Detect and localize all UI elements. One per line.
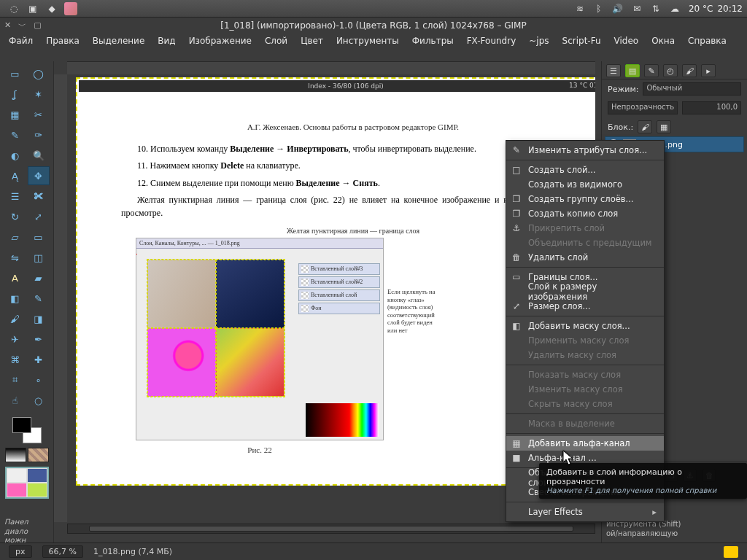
menu-tools[interactable]: Инструменты xyxy=(336,36,399,46)
window-maximize-button[interactable]: ▢ xyxy=(34,20,41,31)
tool-airbrush[interactable]: ✈ xyxy=(4,330,26,349)
gimp-icon[interactable]: ◆ xyxy=(45,2,58,15)
lock-alpha-icon[interactable]: ▦ xyxy=(657,120,671,133)
menu-colors[interactable]: Цвет xyxy=(301,36,323,46)
color-swatches[interactable] xyxy=(12,417,42,443)
tool-scissors[interactable]: ✂ xyxy=(28,105,50,124)
ruler-horizontal[interactable] xyxy=(67,61,595,74)
tool-heal[interactable]: ✚ xyxy=(28,350,50,369)
tool-blur[interactable]: ∘ xyxy=(28,370,50,389)
status-end-icon[interactable] xyxy=(724,546,738,558)
tool-move[interactable]: ✥ xyxy=(28,166,50,185)
pattern-thumb[interactable] xyxy=(28,448,49,462)
menu-scriptfu[interactable]: Script-Fu xyxy=(562,36,601,46)
tool-perspective[interactable]: ▭ xyxy=(28,228,50,246)
network-icon[interactable]: ⇅ xyxy=(649,2,662,15)
menu-view[interactable]: Вид xyxy=(158,36,175,46)
tool-rect-select[interactable]: ▭ xyxy=(4,64,26,83)
fg-color[interactable] xyxy=(12,417,31,433)
bluetooth-icon[interactable]: ᛒ xyxy=(592,2,605,15)
tool-pencil[interactable]: ✎ xyxy=(28,289,50,308)
tool-eraser[interactable]: ◨ xyxy=(28,309,50,328)
ctx-item-label: Объединить с предыдущим xyxy=(528,238,652,248)
ctx-слой-к-размеру-изображения[interactable]: Слой к размеру изображения xyxy=(506,284,664,299)
dash-icon[interactable]: ◌ xyxy=(7,2,20,15)
gradient-thumb[interactable] xyxy=(5,448,26,462)
tool-measure[interactable]: Ą xyxy=(4,166,26,185)
tool-align[interactable]: ☰ xyxy=(4,187,26,206)
status-zoom[interactable]: 66,7 % xyxy=(42,545,83,558)
tab-paths[interactable]: ✎ xyxy=(644,64,659,77)
tool-blend[interactable]: ◧ xyxy=(4,289,26,308)
tool-color-picker[interactable]: ◐ xyxy=(4,146,26,165)
ctx-создать-слой[interactable]: □Создать слой... xyxy=(506,163,664,177)
tool-fuzzy-select[interactable]: ✶ xyxy=(28,85,50,104)
tool-smudge[interactable]: ☝ xyxy=(4,391,26,410)
lock-pixels-icon[interactable]: 🖌 xyxy=(638,120,652,133)
ctx-layer-effects[interactable]: Layer Effects▸ xyxy=(506,505,664,519)
tool-shear[interactable]: ▱ xyxy=(4,228,26,246)
tool-foreground[interactable]: ✎ xyxy=(4,125,26,144)
ctx-добавить-маску-слоя[interactable]: ◧Добавить маску слоя... xyxy=(506,319,664,333)
window-minimize-button[interactable]: ﹀ xyxy=(18,20,26,31)
active-image-thumb[interactable] xyxy=(5,467,49,499)
tab-layers[interactable]: ☰ xyxy=(606,64,621,77)
ctx-создать-копию-слоя[interactable]: ❐Создать копию слоя xyxy=(506,206,664,221)
menu-file[interactable]: Файл xyxy=(9,36,33,46)
opacity-value[interactable]: 100,0 xyxy=(682,101,741,114)
ctx-item-icon xyxy=(511,472,522,483)
mode-select[interactable]: Обычный xyxy=(643,82,741,96)
status-file: 1_018.png (7,4 МБ) xyxy=(93,547,172,556)
tool-rotate[interactable]: ↻ xyxy=(4,207,26,226)
tool-by-color[interactable]: ▦ xyxy=(4,105,26,124)
tool-zoom[interactable]: 🔍 xyxy=(28,146,50,165)
ctx-создать-группу-слоёв[interactable]: ❐Создать группу слоёв... xyxy=(506,192,664,206)
tab-play[interactable]: ▸ xyxy=(701,64,716,77)
tool-text[interactable]: A xyxy=(4,268,26,287)
ctx-создать-из-видимого[interactable]: Создать из видимого xyxy=(506,177,664,192)
tool-paintbrush[interactable]: 🖌 xyxy=(4,309,26,328)
tool-crop[interactable]: ✀ xyxy=(28,187,50,206)
volume-icon[interactable]: 🔊 xyxy=(611,2,624,15)
menu-jps[interactable]: ~jps xyxy=(529,36,549,46)
scrollbar-horizontal[interactable] xyxy=(67,524,595,534)
ctx-item-icon xyxy=(511,384,522,395)
apps-icon[interactable]: ▣ xyxy=(26,2,39,15)
tool-cage[interactable]: ◫ xyxy=(28,248,50,267)
menu-layer[interactable]: Слой xyxy=(265,36,287,46)
menu-edit[interactable]: Правка xyxy=(46,36,80,46)
ctx-маска-в-выделение: Маска в выделение xyxy=(506,416,664,431)
menu-help[interactable]: Справка xyxy=(688,36,727,46)
tool-persp-clone[interactable]: ⌗ xyxy=(4,370,26,389)
menu-filters[interactable]: Фильтры xyxy=(412,36,454,46)
window-close-button[interactable]: ✕ xyxy=(4,20,11,31)
menu-select[interactable]: Выделение xyxy=(93,36,144,46)
ctx-удалить-слой[interactable]: 🗑Удалить слой xyxy=(506,250,664,265)
mail-icon[interactable]: ✉ xyxy=(630,2,643,15)
tab-history[interactable]: ◴ xyxy=(663,64,678,77)
tab-channels[interactable]: ▤ xyxy=(625,64,640,77)
ruler-vertical[interactable] xyxy=(54,74,67,522)
avatar-icon[interactable] xyxy=(64,2,77,15)
tool-clone[interactable]: ⌘ xyxy=(4,350,26,369)
tool-free-select[interactable]: ʆ xyxy=(4,85,26,104)
ctx-item-icon xyxy=(511,418,522,429)
menu-video[interactable]: Video xyxy=(614,36,639,46)
tool-flip[interactable]: ⇋ xyxy=(4,248,26,267)
menu-fxfoundry[interactable]: FX-Foundry xyxy=(467,36,516,46)
tool-bucket[interactable]: ▰ xyxy=(28,268,50,287)
tool-dodge[interactable]: ○ xyxy=(28,391,50,410)
activity-icon[interactable]: ≋ xyxy=(573,2,587,15)
tool-paths[interactable]: ✑ xyxy=(28,125,50,144)
tool-ink[interactable]: ✒ xyxy=(28,330,50,349)
status-unit[interactable]: px xyxy=(9,545,32,558)
menu-windows[interactable]: Окна xyxy=(651,36,675,46)
tool-scale[interactable]: ⤢ xyxy=(28,207,50,226)
weather-icon[interactable]: ☁ xyxy=(668,2,681,15)
clock: 20:12 xyxy=(717,4,743,14)
tab-brush[interactable]: 🖌 xyxy=(682,64,697,77)
ctx-добавить-альфа-канал[interactable]: ▦Добавить альфа-канал xyxy=(506,436,664,451)
ctx-изменить-атрибуты-слоя[interactable]: ✎Изменить атрибуты слоя... xyxy=(506,143,664,158)
tool-ellipse-select[interactable]: ◯ xyxy=(28,64,50,83)
menu-image[interactable]: Изображение xyxy=(189,36,252,46)
